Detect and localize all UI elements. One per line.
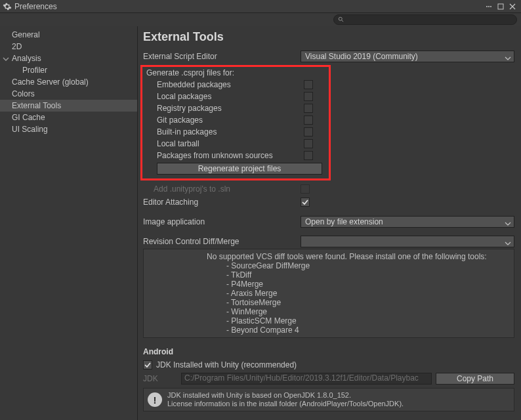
android-heading: Android <box>143 347 514 356</box>
svg-point-0 <box>486 6 488 7</box>
add-unityproj-checkbox <box>301 184 310 194</box>
jdk-info-box: ! JDK installed with Unity is based on O… <box>143 388 514 411</box>
page-title: External Tools <box>143 30 514 44</box>
close-icon[interactable] <box>507 2 518 11</box>
chevron-down-icon <box>505 53 511 65</box>
csproj-registry-label: Registry packages <box>146 104 304 113</box>
chevron-down-icon <box>505 238 511 250</box>
sidebar-item-analysis[interactable]: Analysis <box>0 52 137 64</box>
window-menu-icon[interactable] <box>483 2 495 11</box>
revision-dropdown[interactable] <box>301 236 514 247</box>
search-icon <box>338 16 344 23</box>
csproj-builtin-checkbox[interactable] <box>304 127 313 136</box>
script-editor-dropdown[interactable]: Visual Studio 2019 (Community) <box>301 51 514 62</box>
csproj-embedded-label: Embedded packages <box>146 80 304 89</box>
maximize-icon[interactable] <box>495 2 507 11</box>
svg-rect-3 <box>498 4 503 9</box>
generate-csproj-header: Generate .csproj files for: <box>146 68 325 77</box>
csproj-builtin-label: Built-in packages <box>146 127 304 136</box>
sidebar-item-gi-cache[interactable]: GI Cache <box>0 112 137 123</box>
add-unityproj-label: Add .unityproj's to .sln <box>143 183 301 195</box>
copy-path-button[interactable]: Copy Path <box>436 373 514 385</box>
content-pane: External Tools External Script Editor Vi… <box>138 26 521 420</box>
toolbar <box>0 13 521 26</box>
csproj-highlight: Generate .csproj files for: Embedded pac… <box>140 65 331 180</box>
csproj-tarball-checkbox[interactable] <box>304 139 313 148</box>
search-input[interactable] <box>333 14 517 25</box>
info-icon: ! <box>148 392 162 407</box>
image-app-label: Image application <box>143 216 301 228</box>
vcs-info-box: No supported VCS diff tools were found. … <box>143 249 514 338</box>
sidebar-item-colors[interactable]: Colors <box>0 88 137 100</box>
jdk-installed-checkbox[interactable] <box>143 360 152 369</box>
csproj-registry-checkbox[interactable] <box>304 104 313 113</box>
csproj-local-checkbox[interactable] <box>304 92 313 101</box>
csproj-tarball-label: Local tarball <box>146 139 304 148</box>
revision-label: Revision Control Diff/Merge <box>143 236 301 247</box>
editor-attaching-checkbox[interactable] <box>301 198 310 207</box>
script-editor-label: External Script Editor <box>143 51 301 62</box>
sidebar-item-profiler[interactable]: Profiler <box>0 64 137 76</box>
svg-point-2 <box>490 6 491 7</box>
sidebar-item-ui-scaling[interactable]: UI Scaling <box>0 123 137 135</box>
chevron-down-icon <box>505 219 511 230</box>
image-app-dropdown[interactable]: Open by file extension <box>301 216 514 228</box>
gear-icon <box>3 2 12 11</box>
csproj-unknown-label: Packages from unknown sources <box>146 151 304 160</box>
csproj-unknown-checkbox[interactable] <box>304 151 313 160</box>
svg-point-4 <box>339 17 342 20</box>
jdk-label: JDK <box>143 374 177 383</box>
titlebar: Preferences <box>0 0 521 13</box>
chevron-down-icon <box>3 54 9 65</box>
editor-attaching-label: Editor Attaching <box>143 196 301 208</box>
csproj-embedded-checkbox[interactable] <box>304 80 313 89</box>
sidebar-item-external-tools[interactable]: External Tools <box>0 100 137 112</box>
sidebar-item-cache-server[interactable]: Cache Server (global) <box>0 76 137 88</box>
regenerate-button[interactable]: Regenerate project files <box>157 163 322 175</box>
csproj-git-label: Git packages <box>146 116 304 125</box>
jdk-path-field[interactable]: C:/Program Files/Unity/Hub/Editor/2019.3… <box>181 373 432 385</box>
sidebar-item-general[interactable]: General <box>0 29 137 41</box>
window-title: Preferences <box>14 2 57 11</box>
jdk-installed-label: JDK Installed with Unity (recommended) <box>156 359 297 371</box>
csproj-local-label: Local packages <box>146 92 304 101</box>
sidebar-item-2d[interactable]: 2D <box>0 41 137 52</box>
csproj-git-checkbox[interactable] <box>304 116 313 125</box>
svg-point-1 <box>488 6 490 7</box>
sidebar: General 2D Analysis Profiler Cache Serve… <box>0 26 138 420</box>
